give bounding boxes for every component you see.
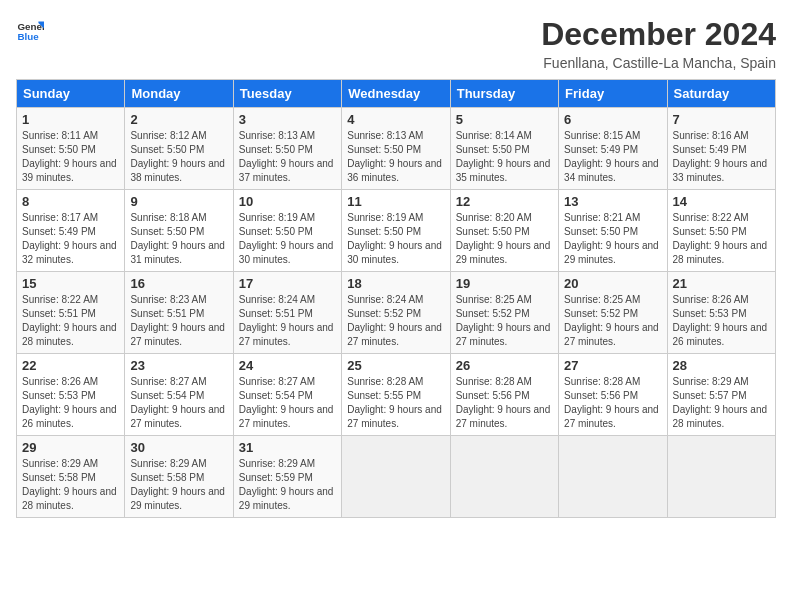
weekday-header-tuesday: Tuesday [233,80,341,108]
logo: General Blue [16,16,44,44]
day-info: Sunrise: 8:14 AM Sunset: 5:50 PM Dayligh… [456,129,553,185]
calendar-cell: 15Sunrise: 8:22 AM Sunset: 5:51 PM Dayli… [17,272,125,354]
day-number: 5 [456,112,553,127]
day-info: Sunrise: 8:11 AM Sunset: 5:50 PM Dayligh… [22,129,119,185]
logo-icon: General Blue [16,16,44,44]
calendar-cell: 5Sunrise: 8:14 AM Sunset: 5:50 PM Daylig… [450,108,558,190]
calendar-cell: 31Sunrise: 8:29 AM Sunset: 5:59 PM Dayli… [233,436,341,518]
calendar-cell: 7Sunrise: 8:16 AM Sunset: 5:49 PM Daylig… [667,108,775,190]
calendar-cell: 29Sunrise: 8:29 AM Sunset: 5:58 PM Dayli… [17,436,125,518]
calendar-cell: 24Sunrise: 8:27 AM Sunset: 5:54 PM Dayli… [233,354,341,436]
day-number: 8 [22,194,119,209]
calendar-header: SundayMondayTuesdayWednesdayThursdayFrid… [17,80,776,108]
day-info: Sunrise: 8:23 AM Sunset: 5:51 PM Dayligh… [130,293,227,349]
day-info: Sunrise: 8:15 AM Sunset: 5:49 PM Dayligh… [564,129,661,185]
calendar-body: 1Sunrise: 8:11 AM Sunset: 5:50 PM Daylig… [17,108,776,518]
calendar-cell: 12Sunrise: 8:20 AM Sunset: 5:50 PM Dayli… [450,190,558,272]
day-info: Sunrise: 8:13 AM Sunset: 5:50 PM Dayligh… [239,129,336,185]
day-info: Sunrise: 8:18 AM Sunset: 5:50 PM Dayligh… [130,211,227,267]
calendar-cell: 10Sunrise: 8:19 AM Sunset: 5:50 PM Dayli… [233,190,341,272]
calendar-cell: 9Sunrise: 8:18 AM Sunset: 5:50 PM Daylig… [125,190,233,272]
day-info: Sunrise: 8:19 AM Sunset: 5:50 PM Dayligh… [347,211,444,267]
day-info: Sunrise: 8:22 AM Sunset: 5:51 PM Dayligh… [22,293,119,349]
calendar-cell: 25Sunrise: 8:28 AM Sunset: 5:55 PM Dayli… [342,354,450,436]
calendar-week-row: 29Sunrise: 8:29 AM Sunset: 5:58 PM Dayli… [17,436,776,518]
day-info: Sunrise: 8:25 AM Sunset: 5:52 PM Dayligh… [564,293,661,349]
weekday-header-monday: Monday [125,80,233,108]
page-header: General Blue December 2024 Fuenllana, Ca… [16,16,776,71]
day-info: Sunrise: 8:22 AM Sunset: 5:50 PM Dayligh… [673,211,770,267]
calendar-cell: 20Sunrise: 8:25 AM Sunset: 5:52 PM Dayli… [559,272,667,354]
day-info: Sunrise: 8:25 AM Sunset: 5:52 PM Dayligh… [456,293,553,349]
day-number: 17 [239,276,336,291]
day-info: Sunrise: 8:27 AM Sunset: 5:54 PM Dayligh… [239,375,336,431]
day-info: Sunrise: 8:26 AM Sunset: 5:53 PM Dayligh… [673,293,770,349]
calendar-cell: 30Sunrise: 8:29 AM Sunset: 5:58 PM Dayli… [125,436,233,518]
weekday-header-sunday: Sunday [17,80,125,108]
day-number: 3 [239,112,336,127]
day-info: Sunrise: 8:29 AM Sunset: 5:59 PM Dayligh… [239,457,336,513]
calendar-cell: 27Sunrise: 8:28 AM Sunset: 5:56 PM Dayli… [559,354,667,436]
weekday-header-row: SundayMondayTuesdayWednesdayThursdayFrid… [17,80,776,108]
day-number: 12 [456,194,553,209]
day-info: Sunrise: 8:28 AM Sunset: 5:56 PM Dayligh… [564,375,661,431]
calendar-cell: 1Sunrise: 8:11 AM Sunset: 5:50 PM Daylig… [17,108,125,190]
day-number: 21 [673,276,770,291]
day-number: 16 [130,276,227,291]
calendar-cell: 13Sunrise: 8:21 AM Sunset: 5:50 PM Dayli… [559,190,667,272]
day-number: 30 [130,440,227,455]
calendar-week-row: 1Sunrise: 8:11 AM Sunset: 5:50 PM Daylig… [17,108,776,190]
day-number: 9 [130,194,227,209]
calendar-week-row: 8Sunrise: 8:17 AM Sunset: 5:49 PM Daylig… [17,190,776,272]
calendar-cell: 28Sunrise: 8:29 AM Sunset: 5:57 PM Dayli… [667,354,775,436]
calendar-cell: 23Sunrise: 8:27 AM Sunset: 5:54 PM Dayli… [125,354,233,436]
day-number: 11 [347,194,444,209]
day-info: Sunrise: 8:24 AM Sunset: 5:52 PM Dayligh… [347,293,444,349]
weekday-header-saturday: Saturday [667,80,775,108]
day-info: Sunrise: 8:21 AM Sunset: 5:50 PM Dayligh… [564,211,661,267]
day-info: Sunrise: 8:17 AM Sunset: 5:49 PM Dayligh… [22,211,119,267]
day-info: Sunrise: 8:26 AM Sunset: 5:53 PM Dayligh… [22,375,119,431]
calendar-week-row: 22Sunrise: 8:26 AM Sunset: 5:53 PM Dayli… [17,354,776,436]
day-number: 22 [22,358,119,373]
day-number: 14 [673,194,770,209]
day-number: 15 [22,276,119,291]
day-number: 18 [347,276,444,291]
day-number: 27 [564,358,661,373]
day-number: 31 [239,440,336,455]
day-number: 2 [130,112,227,127]
day-info: Sunrise: 8:28 AM Sunset: 5:56 PM Dayligh… [456,375,553,431]
day-info: Sunrise: 8:20 AM Sunset: 5:50 PM Dayligh… [456,211,553,267]
day-number: 7 [673,112,770,127]
calendar-cell [450,436,558,518]
day-number: 28 [673,358,770,373]
calendar-cell [559,436,667,518]
calendar-week-row: 15Sunrise: 8:22 AM Sunset: 5:51 PM Dayli… [17,272,776,354]
calendar-cell: 4Sunrise: 8:13 AM Sunset: 5:50 PM Daylig… [342,108,450,190]
calendar-cell: 19Sunrise: 8:25 AM Sunset: 5:52 PM Dayli… [450,272,558,354]
calendar-cell: 2Sunrise: 8:12 AM Sunset: 5:50 PM Daylig… [125,108,233,190]
day-number: 25 [347,358,444,373]
calendar-cell: 17Sunrise: 8:24 AM Sunset: 5:51 PM Dayli… [233,272,341,354]
day-number: 1 [22,112,119,127]
weekday-header-friday: Friday [559,80,667,108]
day-info: Sunrise: 8:29 AM Sunset: 5:58 PM Dayligh… [22,457,119,513]
day-number: 26 [456,358,553,373]
day-number: 29 [22,440,119,455]
day-number: 6 [564,112,661,127]
title-block: December 2024 Fuenllana, Castille-La Man… [541,16,776,71]
day-number: 10 [239,194,336,209]
calendar-cell: 22Sunrise: 8:26 AM Sunset: 5:53 PM Dayli… [17,354,125,436]
day-info: Sunrise: 8:19 AM Sunset: 5:50 PM Dayligh… [239,211,336,267]
calendar-cell: 14Sunrise: 8:22 AM Sunset: 5:50 PM Dayli… [667,190,775,272]
day-info: Sunrise: 8:24 AM Sunset: 5:51 PM Dayligh… [239,293,336,349]
day-info: Sunrise: 8:28 AM Sunset: 5:55 PM Dayligh… [347,375,444,431]
day-info: Sunrise: 8:29 AM Sunset: 5:57 PM Dayligh… [673,375,770,431]
month-year-title: December 2024 [541,16,776,53]
calendar-cell: 6Sunrise: 8:15 AM Sunset: 5:49 PM Daylig… [559,108,667,190]
day-info: Sunrise: 8:29 AM Sunset: 5:58 PM Dayligh… [130,457,227,513]
day-number: 24 [239,358,336,373]
svg-text:Blue: Blue [17,31,39,42]
day-info: Sunrise: 8:27 AM Sunset: 5:54 PM Dayligh… [130,375,227,431]
location-subtitle: Fuenllana, Castille-La Mancha, Spain [541,55,776,71]
